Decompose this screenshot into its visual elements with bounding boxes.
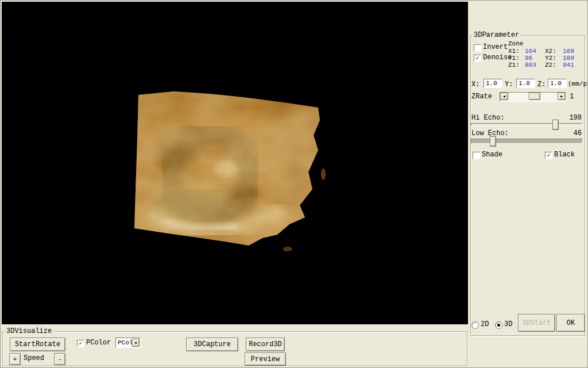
check-icon: ✓ (475, 55, 479, 62)
render-speckle (321, 168, 326, 180)
zrate-thumb[interactable] (529, 93, 540, 100)
low-echo-thumb[interactable] (490, 136, 496, 147)
invert-label: Invert (483, 44, 508, 51)
speed-minus-button[interactable]: - (54, 353, 65, 365)
speed-plus-button[interactable]: + (9, 353, 21, 365)
render-speckle (283, 247, 292, 251)
render-viewport[interactable] (2, 2, 468, 324)
black-label: Black (554, 151, 575, 158)
scale-y-input[interactable] (516, 79, 535, 88)
zone-y1-value: 96 (525, 55, 532, 62)
zrate-right-arrow-icon[interactable]: ► (558, 93, 566, 100)
zone-z1-label: Z1: (508, 62, 520, 68)
chevron-down-icon[interactable]: ▼ (132, 339, 140, 347)
invert-checkbox[interactable] (474, 44, 481, 52)
scale-x-input[interactable] (483, 79, 502, 88)
mode-2d-label: 2D (481, 321, 489, 328)
parameter-group-label: 3DParameter (472, 32, 521, 39)
denoise-checkbox[interactable]: ✓ (474, 55, 481, 62)
zone-x2-value: 189 (563, 48, 574, 55)
zrate-left-arrow-icon[interactable]: ◄ (500, 93, 508, 100)
zone-y1-label: Y1: (508, 55, 520, 62)
speed-label: Speed (24, 355, 44, 362)
visualize-group-label: 3DVisualize (5, 328, 53, 335)
pcolor-checkbox[interactable]: ✓ (77, 340, 84, 347)
scale-unit-label: (mm/p) (568, 80, 588, 87)
check-icon: ✓ (547, 152, 550, 159)
shade-label: Shade (482, 151, 502, 158)
scale-x-label: X: (471, 81, 479, 88)
zone-z2-value: 941 (563, 62, 574, 68)
zone-z2-label: Z2: (545, 62, 556, 68)
denoise-label: Denoise (483, 54, 512, 61)
zrate-value: 1 (570, 93, 574, 100)
hi-echo-thumb[interactable] (552, 120, 559, 130)
zone-x2-label: X2: (545, 48, 556, 55)
pcolor-label: PColor (86, 339, 111, 346)
ok-button[interactable]: OK (556, 314, 585, 332)
zone-x1-label: X1: (508, 48, 520, 55)
capture3d-button[interactable]: 3DCapture (186, 338, 238, 351)
low-echo-track[interactable] (471, 139, 583, 144)
zrate-scrollbar[interactable]: ◄ ► (500, 92, 566, 102)
mode-3d-label: 3D (504, 321, 512, 328)
mode-3d-radio[interactable] (495, 321, 502, 329)
zone-y2-value: 180 (563, 55, 574, 62)
scale-z-input[interactable] (548, 79, 567, 88)
zone-label: Zone (508, 40, 523, 47)
shade-checkbox[interactable] (473, 152, 480, 159)
start-rotate-button[interactable]: StartRotate (10, 338, 65, 351)
preview-button[interactable]: Preview (245, 352, 286, 366)
check-icon: ✓ (79, 340, 82, 347)
low-echo-value: 46 (566, 130, 582, 137)
hi-echo-value: 198 (566, 114, 582, 121)
scale-z-label: Z: (537, 81, 546, 88)
start3d-button[interactable]: 3DStart (518, 314, 555, 332)
hi-echo-track[interactable] (471, 123, 583, 126)
zrate-label: ZRate (471, 93, 492, 100)
mode-2d-radio[interactable] (471, 321, 479, 329)
black-checkbox[interactable]: ✓ (545, 152, 552, 159)
pcolor-dropdown[interactable]: PColor ▼ (115, 338, 141, 348)
zone-x1-value: 104 (525, 48, 536, 55)
scale-y-label: Y: (505, 81, 513, 88)
ultrasound-render (2, 2, 468, 324)
zone-y2-label: Y2: (545, 55, 556, 62)
zone-z1-value: 803 (525, 62, 536, 68)
hi-echo-label: Hi Echo: (471, 114, 505, 121)
app-window: 3DParameter Invert ✓ Denoise Zone X1: 10… (0, 0, 588, 368)
record3d-button[interactable]: Record3D (246, 338, 285, 351)
